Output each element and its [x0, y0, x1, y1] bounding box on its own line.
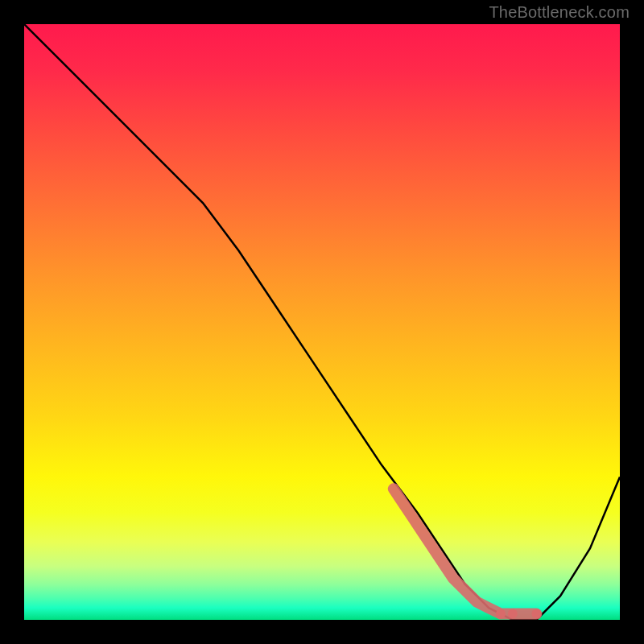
curve-layer [24, 24, 620, 620]
highlight-stroke [394, 489, 537, 613]
chart-frame: TheBottleneck.com [0, 0, 644, 644]
highlight-dot [531, 609, 541, 619]
highlight-dots [394, 489, 542, 618]
highlight-dot [508, 609, 518, 619]
main-curve [24, 24, 620, 620]
curve-line [24, 24, 620, 620]
watermark-text: TheBottleneck.com [489, 3, 630, 22]
plot-area [24, 24, 620, 620]
highlight-dot [496, 609, 506, 619]
